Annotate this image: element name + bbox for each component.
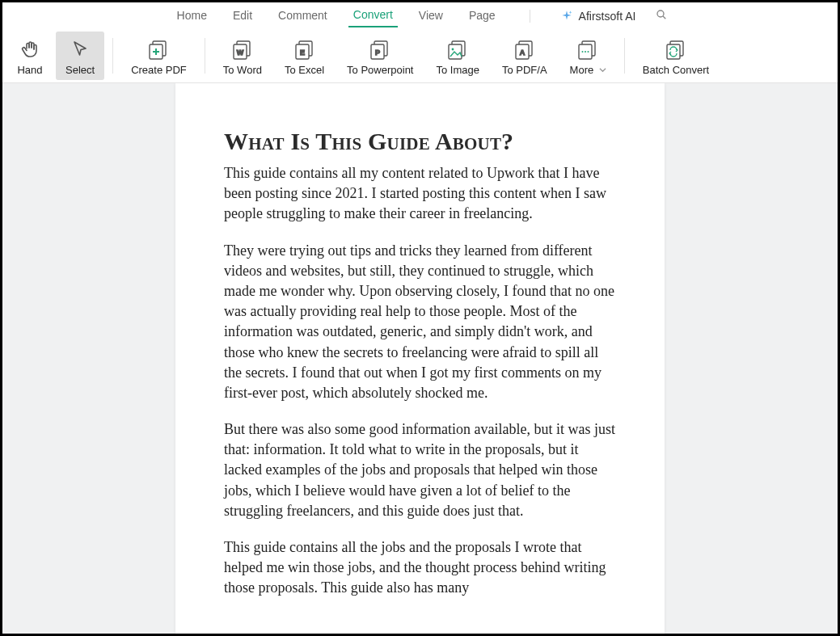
select-label: Select (65, 64, 95, 76)
menu-home[interactable]: Home (172, 5, 212, 27)
search-icon[interactable] (655, 8, 668, 23)
to-image-button[interactable]: To Image (426, 32, 488, 80)
menu-edit[interactable]: Edit (228, 5, 257, 27)
menu-convert[interactable]: Convert (348, 4, 398, 27)
to-excel-button[interactable]: E To Excel (275, 32, 334, 80)
document-page[interactable]: What Is This Guide About? This guide con… (175, 83, 665, 634)
svg-text:P: P (375, 48, 380, 57)
chevron-down-icon (599, 64, 606, 76)
svg-point-23 (582, 51, 584, 53)
hand-tool-button[interactable]: Hand (7, 32, 53, 80)
svg-text:W: W (237, 48, 244, 57)
cursor-icon (70, 38, 90, 61)
svg-point-25 (588, 51, 589, 53)
menu-page[interactable]: Page (464, 5, 500, 27)
svg-point-0 (657, 11, 664, 17)
toolbar: Hand Select Create PDF W (2, 29, 838, 83)
toolbar-divider (205, 38, 205, 74)
more-button[interactable]: More (560, 32, 616, 80)
ai-brand[interactable]: Afirstsoft AI (559, 9, 636, 23)
more-text: More (570, 64, 594, 76)
svg-point-17 (452, 48, 454, 50)
to-word-icon: W (231, 38, 254, 61)
create-pdf-icon (147, 38, 170, 61)
to-image-icon (446, 38, 469, 61)
hand-label: Hand (17, 64, 42, 76)
paragraph: They were trying out tips and tricks the… (224, 241, 616, 404)
to-pdfa-button[interactable]: A To PDF/A (492, 32, 557, 80)
page-heading: What Is This Guide About? (224, 128, 616, 155)
more-label: More (570, 64, 606, 76)
to-image-label: To Image (436, 64, 479, 76)
toolbar-divider (624, 38, 625, 74)
paragraph: This guide contains all my content relat… (224, 163, 616, 225)
svg-text:A: A (520, 48, 526, 57)
batch-convert-icon (665, 38, 687, 61)
menu-comment[interactable]: Comment (273, 5, 332, 27)
batch-convert-label: Batch Convert (643, 64, 709, 76)
svg-line-1 (663, 16, 665, 19)
svg-point-24 (585, 51, 586, 53)
workspace[interactable]: What Is This Guide About? This guide con… (2, 83, 838, 634)
to-pdfa-label: To PDF/A (502, 64, 547, 76)
to-powerpoint-icon: P (369, 38, 391, 61)
toolbar-divider (112, 38, 113, 74)
select-tool-button[interactable]: Select (56, 32, 104, 80)
sparkle-icon (559, 9, 574, 23)
paragraph: But there was also some good information… (224, 419, 616, 521)
to-pdfa-icon: A (513, 38, 536, 61)
menubar: Home Edit Comment Convert View Page Afir… (2, 2, 838, 29)
hand-icon (20, 38, 40, 61)
more-icon (576, 38, 599, 61)
svg-text:E: E (300, 48, 305, 57)
ai-brand-label: Afirstsoft AI (579, 10, 636, 23)
to-excel-icon: E (293, 38, 316, 61)
to-powerpoint-label: To Powerpoint (347, 64, 413, 76)
menu-items: Home Edit Comment Convert View Page Afir… (172, 4, 669, 27)
to-word-button[interactable]: W To Word (213, 32, 272, 80)
create-pdf-label: Create PDF (131, 64, 187, 76)
paragraph: This guide contains all the jobs and the… (224, 537, 616, 599)
create-pdf-button[interactable]: Create PDF (121, 32, 196, 80)
to-powerpoint-button[interactable]: P To Powerpoint (337, 32, 423, 80)
menu-view[interactable]: View (414, 5, 448, 27)
to-word-label: To Word (223, 64, 262, 76)
menubar-divider (530, 10, 530, 23)
to-excel-label: To Excel (285, 64, 324, 76)
batch-convert-button[interactable]: Batch Convert (633, 32, 719, 80)
